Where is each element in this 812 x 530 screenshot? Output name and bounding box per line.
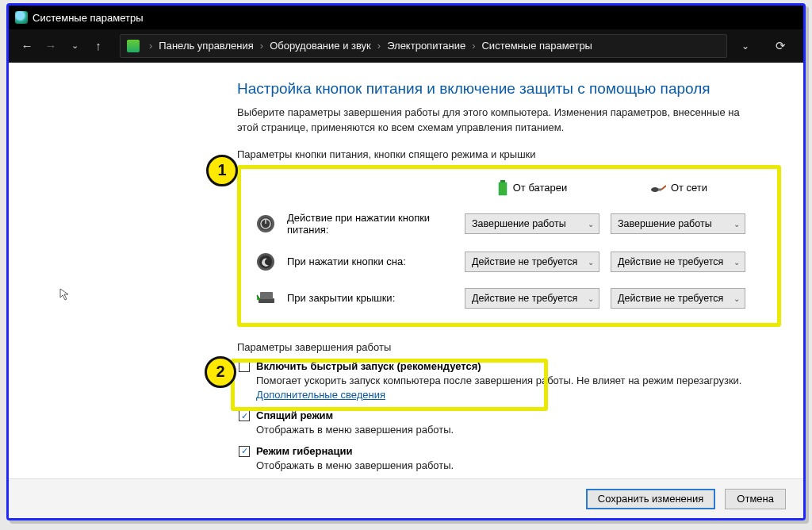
left-pane	[31, 80, 237, 478]
hibernate-desc: Отображать в меню завершения работы.	[256, 459, 454, 471]
fast-startup-checkbox[interactable]	[239, 361, 250, 372]
address-dropdown-button[interactable]: ⌄	[735, 36, 756, 56]
chevron-down-icon: ⌄	[733, 294, 740, 302]
option-fast-startup: Включить быстрый запуск (рекомендуется) …	[239, 359, 781, 403]
row-power-label: Действие при нажатии кнопки питания:	[287, 212, 454, 236]
chevron-right-icon: ›	[257, 40, 266, 52]
column-header-battery: От батареи	[465, 180, 599, 196]
window-frame: Системные параметры ← → ⌄ ↑ › Панель упр…	[6, 3, 806, 520]
button-lid-settings-panel: 1 От батареи От сети	[237, 165, 781, 327]
power-button-ac-select[interactable]: Завершение работы⌄	[611, 213, 745, 234]
chevron-down-icon: ⌄	[733, 219, 740, 228]
svg-rect-2	[499, 182, 507, 195]
row-sleep-label: При нажатии кнопки сна:	[287, 255, 454, 267]
option-hibernate: Режим гибернации Отображать в меню завер…	[239, 444, 781, 473]
power-options-icon	[15, 11, 28, 24]
chevron-down-icon: ⌄	[733, 257, 740, 266]
window-title: Системные параметры	[33, 12, 143, 24]
fast-startup-learn-more-link[interactable]: Дополнительные сведения	[256, 389, 385, 401]
svg-rect-1	[500, 180, 505, 182]
titlebar: Системные параметры	[9, 6, 803, 29]
crumb-systemsettings[interactable]: Системные параметры	[481, 40, 592, 52]
lid-close-battery-select[interactable]: Действие не требуется⌄	[465, 288, 599, 309]
column-header-ac: От сети	[611, 182, 745, 194]
sleep-checkbox[interactable]	[239, 410, 250, 421]
crumb-control-panel[interactable]: Панель управления	[159, 40, 253, 52]
sleep-title: Спящий режим	[256, 409, 333, 421]
up-button[interactable]: ↑	[88, 36, 109, 56]
group2-label: Параметры завершения работы	[237, 341, 781, 353]
page-intro: Выберите параметры завершения работы для…	[237, 106, 745, 136]
chevron-right-icon: ›	[374, 40, 384, 52]
crumb-power[interactable]: Электропитание	[387, 40, 465, 52]
svg-rect-4	[658, 188, 661, 190]
hibernate-checkbox[interactable]	[239, 446, 250, 457]
footer: Сохранить изменения Отмена	[9, 478, 803, 518]
save-button[interactable]: Сохранить изменения	[586, 489, 716, 509]
back-button[interactable]: ←	[17, 36, 37, 56]
sleep-button-icon	[255, 252, 276, 272]
svg-rect-8	[265, 219, 266, 224]
fast-startup-desc: Помогает ускорить запуск компьютера посл…	[256, 374, 741, 401]
page-title: Настройка кнопок питания и включение защ…	[237, 80, 781, 98]
group1-label: Параметры кнопки питания, кнопки спящего…	[237, 148, 781, 160]
chevron-right-icon: ›	[469, 40, 478, 52]
chevron-down-icon: ⌄	[588, 257, 594, 266]
svg-rect-12	[260, 292, 273, 299]
chevron-right-icon: ›	[146, 40, 155, 52]
row-lid-label: При закрытии крышки:	[287, 292, 454, 304]
lid-close-icon	[255, 288, 276, 309]
svg-marker-0	[60, 289, 68, 300]
content-area: Настройка кнопок питания и включение защ…	[9, 63, 803, 478]
battery-icon	[497, 180, 508, 196]
crumb-hardware[interactable]: Оборудование и звук	[270, 40, 371, 52]
option-sleep: Спящий режим Отображать в меню завершени…	[239, 409, 781, 437]
sleep-button-battery-select[interactable]: Действие не требуется⌄	[465, 252, 599, 272]
svg-point-3	[651, 187, 659, 192]
fast-startup-title: Включить быстрый запуск (рекомендуется)	[256, 360, 481, 372]
sleep-desc: Отображать в меню завершения работы.	[256, 424, 454, 436]
forward-button[interactable]: →	[40, 36, 61, 56]
chevron-down-icon: ⌄	[588, 219, 594, 228]
refresh-button[interactable]: ⟳	[770, 36, 791, 56]
power-button-icon	[255, 213, 276, 234]
battery-icon	[127, 40, 140, 52]
sleep-button-ac-select[interactable]: Действие не требуется⌄	[611, 252, 745, 272]
cursor-icon	[59, 288, 72, 301]
lid-close-ac-select[interactable]: Действие не требуется⌄	[611, 288, 745, 309]
recent-locations-button[interactable]: ⌄	[64, 36, 85, 56]
hibernate-title: Режим гибернации	[256, 445, 353, 457]
annotation-marker-1: 1	[206, 155, 238, 186]
power-button-battery-select[interactable]: Завершение работы⌄	[465, 213, 599, 234]
cancel-button[interactable]: Отмена	[725, 489, 786, 509]
navigation-bar: ← → ⌄ ↑ › Панель управления › Оборудован…	[9, 29, 803, 63]
breadcrumb[interactable]: › Панель управления › Оборудование и зву…	[120, 34, 727, 58]
plug-icon	[649, 182, 666, 194]
chevron-down-icon: ⌄	[588, 294, 594, 302]
main-pane: Настройка кнопок питания и включение защ…	[237, 80, 781, 478]
